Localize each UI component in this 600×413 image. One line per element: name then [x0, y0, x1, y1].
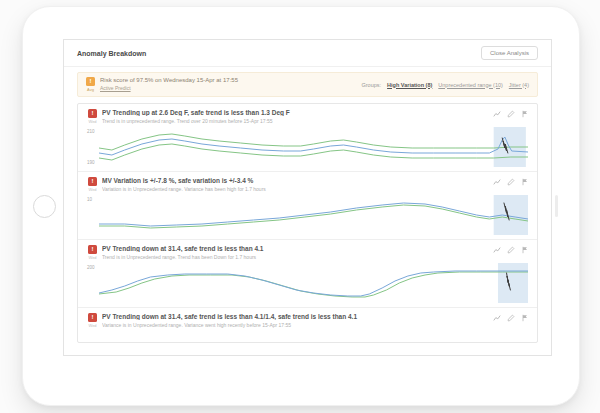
- risk-severity: ! Avg: [86, 77, 95, 92]
- anomaly-row: ! Wed PV Trending up at 2.6 Deg F, safe …: [78, 104, 537, 172]
- anomaly-subtitle: Trend is in Unprecedented range. Trend h…: [102, 254, 485, 260]
- risk-banner-left: ! Avg Risk score of 97.5% on Wednesday 1…: [86, 77, 238, 92]
- trend-icon[interactable]: [493, 110, 501, 118]
- edit-icon[interactable]: [507, 246, 515, 254]
- anomaly-title: PV Trending up at 2.6 Deg F, safe trend …: [102, 109, 485, 116]
- risk-banner: ! Avg Risk score of 97.5% on Wednesday 1…: [77, 72, 538, 97]
- anomaly-row: ! Wed MV Variation is +/-7.8 %, safe var…: [78, 172, 537, 240]
- anomaly-row: ! Wed PV Trending down at 31.4, safe tre…: [78, 240, 537, 308]
- alert-badge-label: Wed: [88, 255, 96, 260]
- screen-header: Anomaly Breakdown Close Analysis: [64, 40, 551, 67]
- alert-badge: !: [88, 245, 97, 254]
- trend-icon[interactable]: [493, 246, 501, 254]
- group-link-jitter[interactable]: Jitter (4): [509, 82, 529, 88]
- risk-message: Risk score of 97.5% on Wednesday 15-Apr …: [100, 77, 238, 83]
- trend-icon[interactable]: [493, 314, 501, 322]
- alert-badge: !: [88, 313, 97, 322]
- anomaly-list: ! Wed PV Trending up at 2.6 Deg F, safe …: [77, 103, 538, 343]
- app-screen: Anomaly Breakdown Close Analysis ! Avg R…: [63, 39, 552, 356]
- edit-icon[interactable]: [507, 178, 515, 186]
- risk-banner-text: Risk score of 97.5% on Wednesday 15-Apr …: [100, 77, 238, 91]
- edit-icon[interactable]: [507, 110, 515, 118]
- warning-icon: !: [86, 77, 95, 86]
- line-chart: [99, 195, 528, 235]
- close-analysis-button[interactable]: Close Analysis: [481, 46, 538, 60]
- tablet-frame: Anomaly Breakdown Close Analysis ! Avg R…: [22, 6, 580, 406]
- flag-icon[interactable]: [521, 110, 529, 118]
- y-axis-tick: 210: [87, 129, 95, 134]
- page-title: Anomaly Breakdown: [77, 50, 146, 57]
- anomaly-title: PV Trending down at 31.4, safe trend is …: [102, 245, 485, 252]
- group-link-unprecedented-range[interactable]: Unprecedented range (10): [438, 82, 503, 88]
- active-predict-link[interactable]: Active Predict: [100, 85, 238, 91]
- alert-badge: !: [88, 109, 97, 118]
- flag-icon[interactable]: [521, 246, 529, 254]
- camera-slot: [555, 195, 558, 217]
- flag-icon[interactable]: [521, 314, 529, 322]
- groups-filter: Groups: High Variation (8) Unprecedented…: [362, 82, 530, 88]
- anomaly-title: MV Variation is +/-7.8 %, safe variation…: [102, 177, 485, 184]
- anomaly-title: PV Trending down at 31.4, safe trend is …: [102, 313, 485, 320]
- flag-icon[interactable]: [521, 178, 529, 186]
- anomaly-chart: 10: [86, 195, 529, 235]
- groups-label: Groups:: [362, 82, 382, 88]
- anomaly-subtitle: Trend is in unprecedented range. Trend o…: [102, 118, 485, 124]
- y-axis-tick: 190: [87, 160, 95, 165]
- trend-icon[interactable]: [493, 178, 501, 186]
- warning-icon-label: Avg: [87, 87, 94, 92]
- line-chart: [99, 127, 528, 167]
- y-axis-tick: 10: [87, 197, 92, 202]
- anomaly-subtitle: Variance is in Unprecedented range. Vari…: [102, 322, 485, 328]
- anomaly-chart: 200: [86, 263, 529, 303]
- alert-badge-label: Wed: [88, 323, 96, 328]
- y-axis-tick: 200: [87, 265, 95, 270]
- line-chart: [99, 263, 528, 303]
- alert-badge-label: Wed: [88, 119, 96, 124]
- edit-icon[interactable]: [507, 314, 515, 322]
- group-link-high-variation[interactable]: High Variation (8): [387, 82, 432, 88]
- anomaly-row: ! Wed PV Trending down at 31.4, safe tre…: [78, 308, 537, 342]
- alert-badge: !: [88, 177, 97, 186]
- anomaly-subtitle: Variation is in Unprecedented range. Var…: [102, 186, 485, 192]
- alert-badge-label: Wed: [88, 187, 96, 192]
- home-button: [33, 195, 56, 218]
- anomaly-chart: 210 190: [86, 127, 529, 167]
